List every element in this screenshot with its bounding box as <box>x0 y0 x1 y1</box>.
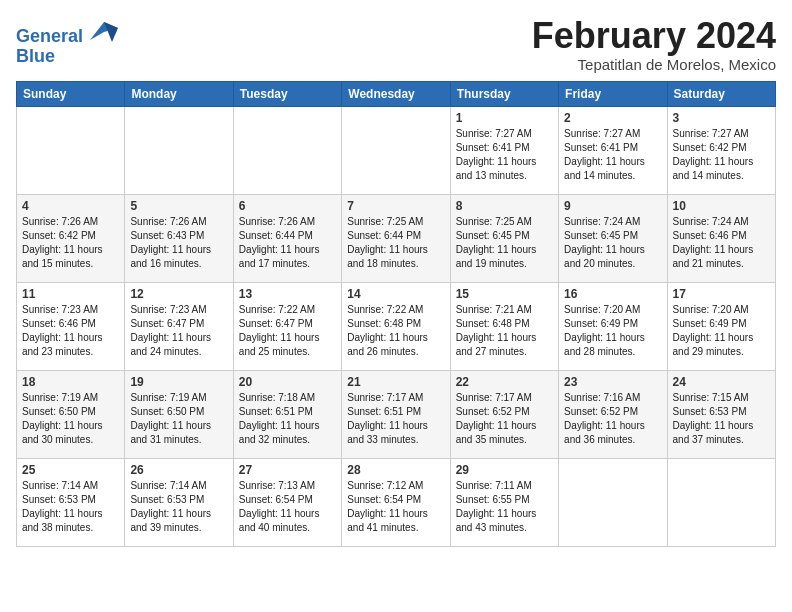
calendar-week-row: 25Sunrise: 7:14 AM Sunset: 6:53 PM Dayli… <box>17 458 776 546</box>
calendar-cell <box>559 458 667 546</box>
calendar-cell: 2Sunrise: 7:27 AM Sunset: 6:41 PM Daylig… <box>559 106 667 194</box>
day-number: 8 <box>456 199 553 213</box>
calendar-cell: 29Sunrise: 7:11 AM Sunset: 6:55 PM Dayli… <box>450 458 558 546</box>
calendar-cell: 7Sunrise: 7:25 AM Sunset: 6:44 PM Daylig… <box>342 194 450 282</box>
day-info: Sunrise: 7:17 AM Sunset: 6:51 PM Dayligh… <box>347 391 444 447</box>
day-info: Sunrise: 7:18 AM Sunset: 6:51 PM Dayligh… <box>239 391 336 447</box>
day-number: 25 <box>22 463 119 477</box>
calendar-week-row: 1Sunrise: 7:27 AM Sunset: 6:41 PM Daylig… <box>17 106 776 194</box>
day-number: 28 <box>347 463 444 477</box>
day-info: Sunrise: 7:26 AM Sunset: 6:43 PM Dayligh… <box>130 215 227 271</box>
day-number: 14 <box>347 287 444 301</box>
calendar-cell: 4Sunrise: 7:26 AM Sunset: 6:42 PM Daylig… <box>17 194 125 282</box>
day-number: 12 <box>130 287 227 301</box>
logo-bird-icon <box>90 20 118 42</box>
calendar-cell: 11Sunrise: 7:23 AM Sunset: 6:46 PM Dayli… <box>17 282 125 370</box>
calendar-header-row: SundayMondayTuesdayWednesdayThursdayFrid… <box>17 81 776 106</box>
day-info: Sunrise: 7:17 AM Sunset: 6:52 PM Dayligh… <box>456 391 553 447</box>
calendar-cell: 19Sunrise: 7:19 AM Sunset: 6:50 PM Dayli… <box>125 370 233 458</box>
day-info: Sunrise: 7:25 AM Sunset: 6:45 PM Dayligh… <box>456 215 553 271</box>
calendar-cell: 10Sunrise: 7:24 AM Sunset: 6:46 PM Dayli… <box>667 194 775 282</box>
day-number: 16 <box>564 287 661 301</box>
day-number: 19 <box>130 375 227 389</box>
day-info: Sunrise: 7:14 AM Sunset: 6:53 PM Dayligh… <box>130 479 227 535</box>
day-info: Sunrise: 7:27 AM Sunset: 6:41 PM Dayligh… <box>564 127 661 183</box>
day-info: Sunrise: 7:27 AM Sunset: 6:41 PM Dayligh… <box>456 127 553 183</box>
day-info: Sunrise: 7:22 AM Sunset: 6:47 PM Dayligh… <box>239 303 336 359</box>
day-info: Sunrise: 7:14 AM Sunset: 6:53 PM Dayligh… <box>22 479 119 535</box>
calendar-cell: 14Sunrise: 7:22 AM Sunset: 6:48 PM Dayli… <box>342 282 450 370</box>
calendar-cell: 26Sunrise: 7:14 AM Sunset: 6:53 PM Dayli… <box>125 458 233 546</box>
day-number: 3 <box>673 111 770 125</box>
day-number: 26 <box>130 463 227 477</box>
calendar-cell <box>125 106 233 194</box>
calendar-cell: 25Sunrise: 7:14 AM Sunset: 6:53 PM Dayli… <box>17 458 125 546</box>
day-info: Sunrise: 7:24 AM Sunset: 6:46 PM Dayligh… <box>673 215 770 271</box>
day-info: Sunrise: 7:24 AM Sunset: 6:45 PM Dayligh… <box>564 215 661 271</box>
day-info: Sunrise: 7:19 AM Sunset: 6:50 PM Dayligh… <box>130 391 227 447</box>
day-number: 11 <box>22 287 119 301</box>
day-info: Sunrise: 7:26 AM Sunset: 6:44 PM Dayligh… <box>239 215 336 271</box>
day-info: Sunrise: 7:23 AM Sunset: 6:46 PM Dayligh… <box>22 303 119 359</box>
day-number: 7 <box>347 199 444 213</box>
day-number: 6 <box>239 199 336 213</box>
day-number: 23 <box>564 375 661 389</box>
day-number: 17 <box>673 287 770 301</box>
calendar-cell: 20Sunrise: 7:18 AM Sunset: 6:51 PM Dayli… <box>233 370 341 458</box>
day-number: 29 <box>456 463 553 477</box>
day-number: 2 <box>564 111 661 125</box>
day-number: 13 <box>239 287 336 301</box>
calendar-cell: 18Sunrise: 7:19 AM Sunset: 6:50 PM Dayli… <box>17 370 125 458</box>
day-number: 9 <box>564 199 661 213</box>
calendar-cell: 6Sunrise: 7:26 AM Sunset: 6:44 PM Daylig… <box>233 194 341 282</box>
calendar-week-row: 18Sunrise: 7:19 AM Sunset: 6:50 PM Dayli… <box>17 370 776 458</box>
calendar-header-monday: Monday <box>125 81 233 106</box>
calendar-cell: 28Sunrise: 7:12 AM Sunset: 6:54 PM Dayli… <box>342 458 450 546</box>
day-number: 24 <box>673 375 770 389</box>
calendar-cell: 9Sunrise: 7:24 AM Sunset: 6:45 PM Daylig… <box>559 194 667 282</box>
calendar-cell: 8Sunrise: 7:25 AM Sunset: 6:45 PM Daylig… <box>450 194 558 282</box>
day-info: Sunrise: 7:16 AM Sunset: 6:52 PM Dayligh… <box>564 391 661 447</box>
calendar-cell: 13Sunrise: 7:22 AM Sunset: 6:47 PM Dayli… <box>233 282 341 370</box>
calendar-header-wednesday: Wednesday <box>342 81 450 106</box>
day-number: 21 <box>347 375 444 389</box>
calendar-cell: 21Sunrise: 7:17 AM Sunset: 6:51 PM Dayli… <box>342 370 450 458</box>
location-subtitle: Tepatitlan de Morelos, Mexico <box>532 56 776 73</box>
calendar-header-thursday: Thursday <box>450 81 558 106</box>
day-info: Sunrise: 7:25 AM Sunset: 6:44 PM Dayligh… <box>347 215 444 271</box>
month-title: February 2024 <box>532 16 776 56</box>
calendar-cell: 27Sunrise: 7:13 AM Sunset: 6:54 PM Dayli… <box>233 458 341 546</box>
day-info: Sunrise: 7:27 AM Sunset: 6:42 PM Dayligh… <box>673 127 770 183</box>
day-number: 18 <box>22 375 119 389</box>
page-header: General Blue February 2024 Tepatitlan de… <box>16 16 776 73</box>
calendar-cell: 22Sunrise: 7:17 AM Sunset: 6:52 PM Dayli… <box>450 370 558 458</box>
day-number: 5 <box>130 199 227 213</box>
calendar-cell: 17Sunrise: 7:20 AM Sunset: 6:49 PM Dayli… <box>667 282 775 370</box>
day-info: Sunrise: 7:20 AM Sunset: 6:49 PM Dayligh… <box>673 303 770 359</box>
day-info: Sunrise: 7:12 AM Sunset: 6:54 PM Dayligh… <box>347 479 444 535</box>
svg-marker-1 <box>104 22 118 42</box>
calendar-cell: 5Sunrise: 7:26 AM Sunset: 6:43 PM Daylig… <box>125 194 233 282</box>
day-number: 10 <box>673 199 770 213</box>
day-info: Sunrise: 7:20 AM Sunset: 6:49 PM Dayligh… <box>564 303 661 359</box>
calendar-cell: 15Sunrise: 7:21 AM Sunset: 6:48 PM Dayli… <box>450 282 558 370</box>
calendar-cell: 12Sunrise: 7:23 AM Sunset: 6:47 PM Dayli… <box>125 282 233 370</box>
logo-blue: Blue <box>16 46 55 66</box>
calendar-cell: 3Sunrise: 7:27 AM Sunset: 6:42 PM Daylig… <box>667 106 775 194</box>
day-info: Sunrise: 7:21 AM Sunset: 6:48 PM Dayligh… <box>456 303 553 359</box>
day-number: 27 <box>239 463 336 477</box>
calendar-header-sunday: Sunday <box>17 81 125 106</box>
calendar-cell <box>342 106 450 194</box>
day-info: Sunrise: 7:22 AM Sunset: 6:48 PM Dayligh… <box>347 303 444 359</box>
calendar-cell: 23Sunrise: 7:16 AM Sunset: 6:52 PM Dayli… <box>559 370 667 458</box>
day-info: Sunrise: 7:13 AM Sunset: 6:54 PM Dayligh… <box>239 479 336 535</box>
day-number: 15 <box>456 287 553 301</box>
calendar-cell <box>667 458 775 546</box>
title-area: February 2024 Tepatitlan de Morelos, Mex… <box>532 16 776 73</box>
day-number: 22 <box>456 375 553 389</box>
calendar-header-saturday: Saturday <box>667 81 775 106</box>
logo: General Blue <box>16 20 118 67</box>
day-info: Sunrise: 7:23 AM Sunset: 6:47 PM Dayligh… <box>130 303 227 359</box>
calendar-header-friday: Friday <box>559 81 667 106</box>
day-number: 1 <box>456 111 553 125</box>
